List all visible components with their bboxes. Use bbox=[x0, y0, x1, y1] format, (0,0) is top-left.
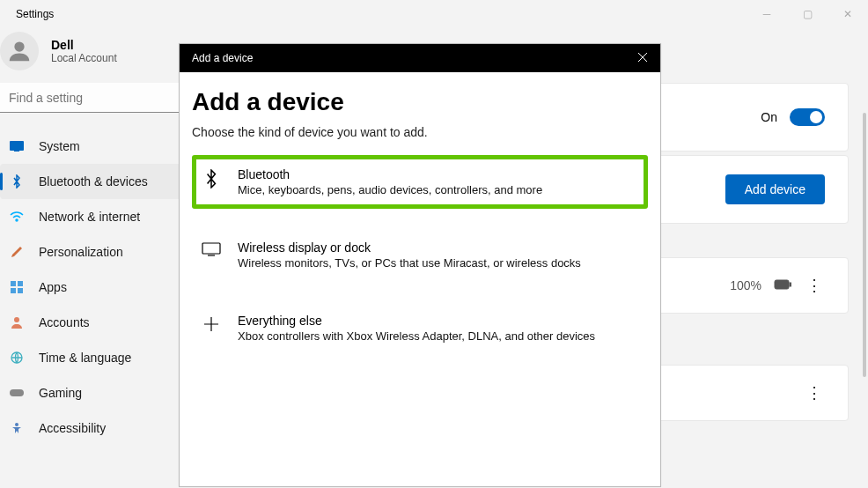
add-device-modal: Add a device Add a device Choose the kin… bbox=[179, 43, 661, 487]
svg-rect-10 bbox=[10, 389, 24, 396]
modal-close-button[interactable] bbox=[637, 52, 648, 65]
svg-rect-5 bbox=[18, 281, 23, 286]
option-sub: Wireless monitors, TVs, or PCs that use … bbox=[238, 256, 581, 270]
scrollbar[interactable] bbox=[863, 113, 866, 377]
svg-point-11 bbox=[15, 423, 18, 426]
svg-rect-1 bbox=[10, 141, 24, 151]
avatar bbox=[0, 32, 39, 70]
modal-title: Add a device bbox=[192, 88, 648, 116]
svg-point-3 bbox=[16, 219, 18, 221]
option-sub: Xbox controllers with Xbox Wireless Adap… bbox=[238, 329, 595, 343]
more-button[interactable]: ⋮ bbox=[804, 382, 825, 403]
sidebar-item-label: Accessibility bbox=[39, 421, 106, 435]
svg-point-8 bbox=[14, 317, 19, 322]
accessibility-icon bbox=[9, 420, 25, 436]
window-controls: ─ ▢ ✕ bbox=[747, 0, 868, 28]
option-title: Bluetooth bbox=[238, 167, 542, 181]
option-everything-else[interactable]: Everything else Xbox controllers with Xb… bbox=[192, 301, 648, 355]
minimize-button[interactable]: ─ bbox=[747, 0, 787, 28]
option-wireless-display[interactable]: Wireless display or dock Wireless monito… bbox=[192, 228, 648, 282]
gaming-icon bbox=[9, 385, 25, 401]
toggle-state-label: On bbox=[761, 110, 777, 124]
apps-icon bbox=[9, 279, 25, 295]
modal-header-title: Add a device bbox=[192, 52, 253, 64]
sidebar-item-label: Gaming bbox=[39, 386, 82, 400]
option-bluetooth[interactable]: Bluetooth Mice, keyboards, pens, audio d… bbox=[192, 155, 648, 209]
svg-rect-14 bbox=[202, 243, 220, 254]
maximize-button[interactable]: ▢ bbox=[787, 0, 828, 28]
wifi-icon bbox=[9, 209, 25, 225]
sidebar-item-label: Network & internet bbox=[39, 210, 140, 224]
option-title: Wireless display or dock bbox=[238, 240, 581, 255]
battery-percent: 100% bbox=[730, 278, 761, 292]
more-button[interactable]: ⋮ bbox=[804, 275, 825, 296]
accounts-icon bbox=[9, 314, 25, 330]
svg-rect-7 bbox=[18, 288, 23, 293]
sidebar-item-label: Personalization bbox=[39, 245, 123, 259]
bluetooth-toggle[interactable] bbox=[790, 108, 825, 126]
bluetooth-icon bbox=[201, 167, 222, 189]
sidebar-item-label: Bluetooth & devices bbox=[39, 174, 148, 189]
svg-rect-12 bbox=[775, 280, 789, 289]
modal-header: Add a device bbox=[180, 44, 660, 72]
modal-subtitle: Choose the kind of device you want to ad… bbox=[192, 125, 648, 139]
svg-rect-4 bbox=[11, 281, 16, 286]
svg-rect-6 bbox=[11, 288, 16, 293]
brush-icon bbox=[9, 244, 25, 260]
battery-icon bbox=[774, 277, 791, 293]
window-title: Settings bbox=[16, 8, 54, 20]
system-icon bbox=[9, 138, 25, 154]
bluetooth-icon bbox=[9, 174, 25, 189]
svg-point-0 bbox=[14, 41, 24, 51]
globe-icon bbox=[9, 350, 25, 366]
svg-rect-13 bbox=[790, 283, 791, 286]
sidebar-item-label: Accounts bbox=[39, 315, 90, 329]
account-name: Dell bbox=[51, 38, 117, 52]
titlebar: Settings ─ ▢ ✕ bbox=[0, 0, 868, 28]
option-sub: Mice, keyboards, pens, audio devices, co… bbox=[238, 183, 542, 196]
account-sub: Local Account bbox=[51, 52, 117, 64]
sidebar-item-label: Apps bbox=[39, 280, 67, 294]
add-device-button[interactable]: Add device bbox=[725, 174, 825, 204]
sidebar-item-label: Time & language bbox=[39, 351, 131, 365]
close-button[interactable]: ✕ bbox=[828, 0, 868, 28]
svg-rect-2 bbox=[14, 151, 19, 152]
option-title: Everything else bbox=[238, 314, 595, 328]
plus-icon bbox=[201, 314, 222, 333]
display-icon bbox=[201, 240, 222, 256]
sidebar-item-label: System bbox=[39, 139, 80, 153]
